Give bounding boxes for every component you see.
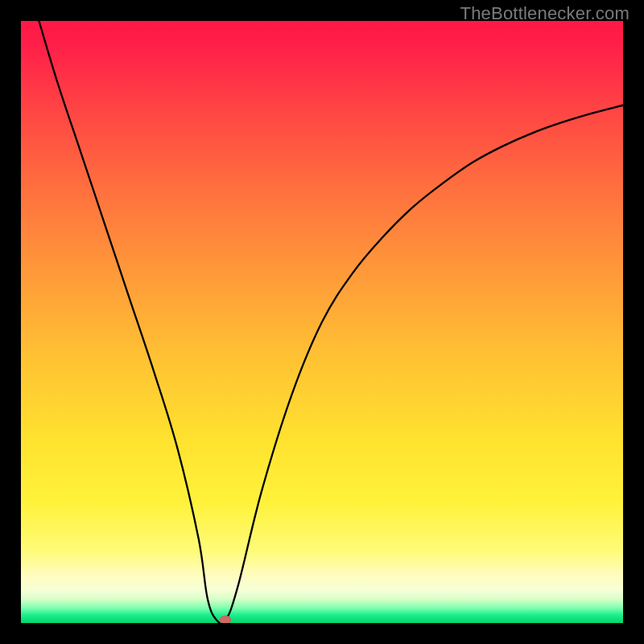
watermark-text: TheBottlenecker.com bbox=[460, 3, 630, 24]
plot-area bbox=[21, 21, 623, 623]
bottleneck-curve-path bbox=[39, 21, 623, 623]
curve-svg bbox=[21, 21, 623, 623]
optimum-marker bbox=[220, 616, 231, 623]
